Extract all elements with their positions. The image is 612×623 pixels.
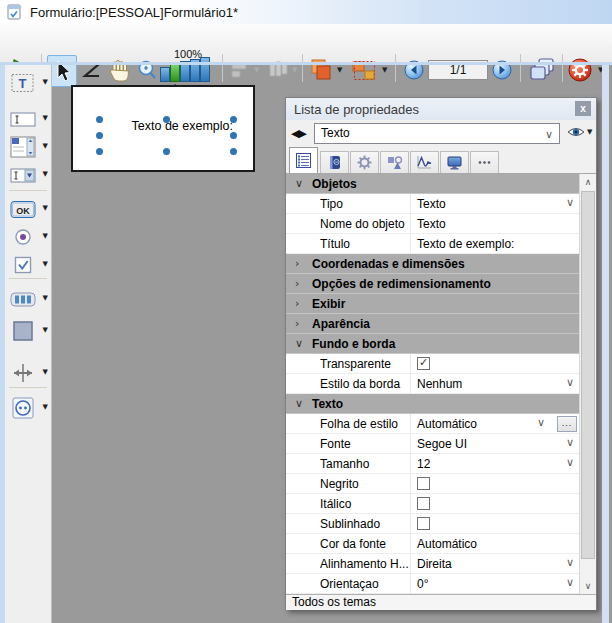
selection-handle[interactable] [96,132,103,139]
chevron-down-icon[interactable]: ∨ [537,416,545,429]
property-value[interactable]: Automático [411,534,579,553]
section-header[interactable]: ∨Objetos [286,174,579,194]
group-button[interactable] [350,55,378,85]
selection-handle[interactable] [230,132,237,139]
section-header[interactable]: ∨Fundo e borda [286,334,579,354]
prev-page-button[interactable] [404,55,424,85]
chevron-down-icon[interactable]: ▼ [43,232,48,240]
selection-handle[interactable] [96,116,103,123]
text-object[interactable]: Texto de exemplo: [99,118,233,150]
section-header[interactable]: ›Coordenadas e dimensões [286,254,579,274]
distribute-dropdown-icon[interactable]: ▼ [292,66,297,74]
chevron-down-icon[interactable]: ∨ [566,196,574,209]
form-pages-button[interactable] [527,55,557,85]
rectangle-tool[interactable] [9,318,37,344]
panel-titlebar[interactable]: Lista de propriedades [286,98,596,120]
zoom-bar-800[interactable] [200,57,210,82]
scrollbar-thumb[interactable] [581,191,595,559]
chevron-down-icon[interactable]: ▼ [43,142,48,150]
listbox-tool[interactable] [9,134,37,160]
property-list-tab[interactable] [289,147,318,173]
layers-dropdown-icon[interactable]: ▼ [337,66,342,74]
ellipsis-button[interactable]: ... [557,416,577,432]
property-value[interactable] [411,494,579,513]
selection-handle[interactable] [163,148,170,155]
radio-tool[interactable] [9,224,37,250]
shapes-tab[interactable] [380,151,409,173]
text-tool[interactable]: T [9,70,37,96]
selection-handle[interactable] [230,116,237,123]
chevron-down-icon[interactable]: ▼ [43,326,48,334]
panel-scrollbar[interactable]: ∧ ∨ [579,174,596,594]
chevron-down-icon[interactable]: ▼ [43,368,48,376]
property-value[interactable]: Nenhum∨ [411,374,579,393]
selection-handle[interactable] [230,148,237,155]
layers-button[interactable] [308,55,334,85]
chevron-down-icon[interactable]: ▼ [43,204,48,212]
chevron-down-icon[interactable]: ▼ [43,294,48,302]
property-value[interactable] [411,474,579,493]
property-value[interactable]: ✓ [411,354,579,373]
button-tool[interactable]: OK [9,196,37,222]
property-value[interactable] [411,514,579,533]
distribute-button[interactable] [266,55,290,85]
object-selector-dropdown[interactable]: Texto ∨ [314,123,560,144]
property-row: Sublinhado [286,514,579,534]
property-value[interactable]: Automático∨... [411,414,579,433]
property-value[interactable]: Texto de exemplo: [411,234,579,253]
chevron-down-icon[interactable]: ▼ [43,170,48,178]
section-header[interactable]: ›Opções de redimensionamento [286,274,579,294]
checkbox-checked[interactable]: ✓ [417,357,430,370]
input-tool[interactable] [9,106,37,132]
chevron-down-icon[interactable]: ▼ [43,260,48,268]
align-button[interactable] [228,55,252,85]
display-tab[interactable] [440,151,469,173]
visibility-button[interactable]: ▼ [567,126,592,138]
property-value[interactable]: 12∨ [411,454,579,473]
selection-handle[interactable] [96,148,103,155]
chevron-down-icon[interactable]: ▼ [43,403,48,411]
pan-tool[interactable] [106,55,134,85]
chevron-down-icon[interactable]: ∨ [566,376,574,389]
zoom-level-widget[interactable]: 100% [160,49,216,85]
checkbox-unchecked[interactable] [417,517,430,530]
zoom-bar-50[interactable] [160,67,170,82]
checkbox-unchecked[interactable] [417,477,430,490]
checkbox-tool[interactable] [9,252,37,278]
zoom-bar-100[interactable] [170,63,180,82]
more-tab[interactable] [470,151,499,173]
database-tab[interactable] [320,151,349,173]
chevron-down-icon[interactable]: ∨ [566,436,574,449]
toolbar-buttons-tool[interactable] [9,286,37,312]
selection-handle[interactable] [163,116,170,123]
close-icon[interactable]: x [575,101,591,116]
scroll-down-icon[interactable]: ∨ [580,578,596,594]
align-dropdown-icon[interactable]: ▼ [254,66,259,74]
settings-button[interactable] [567,55,593,85]
property-value[interactable]: Texto∨ [411,194,579,213]
combobox-tool[interactable] [9,162,37,188]
section-header[interactable]: ∨Texto [286,394,579,414]
property-value[interactable]: Texto [411,214,579,233]
scroll-up-icon[interactable]: ∧ [580,174,596,190]
chevron-down-icon[interactable]: ▼ [43,114,48,122]
zoom-tool[interactable] [132,55,160,85]
property-value[interactable]: Direita∨ [411,554,579,573]
tab-order-tool[interactable] [78,55,106,85]
group-dropdown-icon[interactable]: ▼ [382,66,387,74]
chevron-down-icon[interactable]: ∨ [566,556,574,569]
plugin-tool[interactable] [9,395,37,421]
property-value[interactable]: 0°∨ [411,574,579,593]
chevron-down-icon[interactable]: ▼ [43,78,48,86]
property-value[interactable]: Segoe UI∨ [411,434,579,453]
checkbox-unchecked[interactable] [417,497,430,510]
object-pager-buttons[interactable]: ◀▶ [291,127,306,140]
section-header[interactable]: ›Aparência [286,314,579,334]
settings-tab[interactable] [350,151,379,173]
chevron-down-icon[interactable]: ∨ [566,576,574,589]
splitter-tool[interactable] [9,360,37,386]
section-header[interactable]: ›Exibir [286,294,579,314]
events-tab[interactable] [410,151,439,173]
next-page-button[interactable] [492,55,512,85]
chevron-down-icon[interactable]: ∨ [566,456,574,469]
